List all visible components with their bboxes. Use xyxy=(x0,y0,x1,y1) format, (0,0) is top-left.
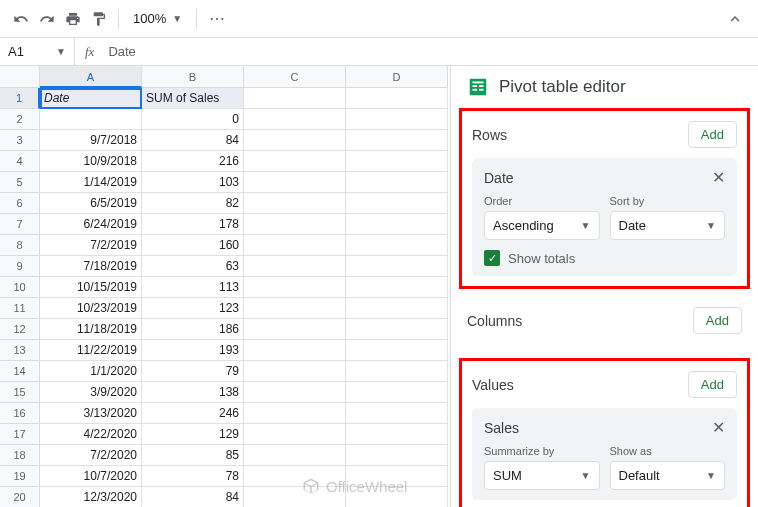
cell[interactable] xyxy=(244,130,346,151)
cell[interactable] xyxy=(244,487,346,507)
cell[interactable]: 10/15/2019 xyxy=(40,277,142,298)
cell[interactable] xyxy=(346,88,448,109)
cell[interactable] xyxy=(244,172,346,193)
col-header-b[interactable]: B xyxy=(142,66,244,88)
cell[interactable]: Date xyxy=(40,88,142,109)
cell[interactable] xyxy=(346,445,448,466)
cell[interactable] xyxy=(244,277,346,298)
name-box[interactable]: A1▼ xyxy=(0,38,75,65)
row-header[interactable]: 18 xyxy=(0,445,40,466)
cell[interactable] xyxy=(346,403,448,424)
cell[interactable] xyxy=(346,235,448,256)
close-icon[interactable]: ✕ xyxy=(712,168,725,187)
cell[interactable]: 123 xyxy=(142,298,244,319)
row-header[interactable]: 5 xyxy=(0,172,40,193)
row-header[interactable]: 2 xyxy=(0,109,40,130)
cell[interactable] xyxy=(244,109,346,130)
cell[interactable]: 129 xyxy=(142,424,244,445)
cell[interactable]: 1/1/2020 xyxy=(40,361,142,382)
cell[interactable]: 246 xyxy=(142,403,244,424)
cell[interactable] xyxy=(244,382,346,403)
cell[interactable]: 9/7/2018 xyxy=(40,130,142,151)
cell[interactable]: 0 xyxy=(142,109,244,130)
cell[interactable] xyxy=(244,340,346,361)
zoom-select[interactable]: 100%▼ xyxy=(125,11,190,26)
cell[interactable] xyxy=(244,193,346,214)
show-totals-checkbox[interactable]: ✓ xyxy=(484,250,500,266)
cell[interactable]: 103 xyxy=(142,172,244,193)
close-icon[interactable]: ✕ xyxy=(712,418,725,437)
row-header[interactable]: 8 xyxy=(0,235,40,256)
cell[interactable] xyxy=(346,487,448,507)
cell[interactable]: 193 xyxy=(142,340,244,361)
more-button[interactable]: ⋯ xyxy=(203,9,231,28)
cell[interactable]: 84 xyxy=(142,130,244,151)
cell[interactable]: 10/7/2020 xyxy=(40,466,142,487)
add-rows-button[interactable]: Add xyxy=(688,121,737,148)
row-field-card[interactable]: Date ✕ Order Ascending▼ Sort by Date▼ ✓ … xyxy=(472,158,737,276)
cell[interactable] xyxy=(346,466,448,487)
cell[interactable]: 178 xyxy=(142,214,244,235)
col-header-d[interactable]: D xyxy=(346,66,448,88)
sortby-select[interactable]: Date▼ xyxy=(610,211,726,240)
cell[interactable] xyxy=(244,298,346,319)
cell[interactable] xyxy=(244,214,346,235)
cell[interactable] xyxy=(244,151,346,172)
redo-button[interactable] xyxy=(34,6,60,32)
cell[interactable]: 6/5/2019 xyxy=(40,193,142,214)
cell[interactable]: 79 xyxy=(142,361,244,382)
row-header[interactable]: 1 xyxy=(0,88,40,109)
cell[interactable]: 4/22/2020 xyxy=(40,424,142,445)
cell[interactable] xyxy=(244,319,346,340)
cell[interactable] xyxy=(346,340,448,361)
cell[interactable]: 186 xyxy=(142,319,244,340)
cell[interactable]: 7/18/2019 xyxy=(40,256,142,277)
collapse-panel-button[interactable] xyxy=(720,6,750,32)
value-field-card[interactable]: Sales ✕ Summarize by SUM▼ Show as Defaul… xyxy=(472,408,737,500)
summarize-select[interactable]: SUM▼ xyxy=(484,461,600,490)
order-select[interactable]: Ascending▼ xyxy=(484,211,600,240)
row-header[interactable]: 4 xyxy=(0,151,40,172)
paint-format-button[interactable] xyxy=(86,6,112,32)
col-header-c[interactable]: C xyxy=(244,66,346,88)
spreadsheet[interactable]: A B C D 1DateSUM of Sales2039/7/20188441… xyxy=(0,66,450,507)
cell[interactable]: 84 xyxy=(142,487,244,507)
cell[interactable] xyxy=(346,214,448,235)
row-header[interactable]: 20 xyxy=(0,487,40,507)
cell[interactable]: 12/3/2020 xyxy=(40,487,142,507)
cell[interactable] xyxy=(244,88,346,109)
col-header-a[interactable]: A xyxy=(40,66,142,88)
cell[interactable]: 78 xyxy=(142,466,244,487)
cell[interactable]: 7/2/2019 xyxy=(40,235,142,256)
row-header[interactable]: 12 xyxy=(0,319,40,340)
cell[interactable] xyxy=(346,424,448,445)
cell[interactable]: 3/13/2020 xyxy=(40,403,142,424)
row-header[interactable]: 16 xyxy=(0,403,40,424)
cell[interactable]: 85 xyxy=(142,445,244,466)
cell[interactable] xyxy=(244,256,346,277)
cell[interactable] xyxy=(346,277,448,298)
cell[interactable] xyxy=(244,235,346,256)
cell[interactable]: 63 xyxy=(142,256,244,277)
row-header[interactable]: 7 xyxy=(0,214,40,235)
cell[interactable]: 6/24/2019 xyxy=(40,214,142,235)
cell[interactable] xyxy=(346,193,448,214)
row-header[interactable]: 10 xyxy=(0,277,40,298)
row-header[interactable]: 14 xyxy=(0,361,40,382)
cell[interactable] xyxy=(244,445,346,466)
cell[interactable]: 3/9/2020 xyxy=(40,382,142,403)
cell[interactable] xyxy=(244,361,346,382)
cell[interactable] xyxy=(346,151,448,172)
cell[interactable]: 10/23/2019 xyxy=(40,298,142,319)
cell[interactable]: 1/14/2019 xyxy=(40,172,142,193)
add-columns-button[interactable]: Add xyxy=(693,307,742,334)
cell[interactable]: 138 xyxy=(142,382,244,403)
cell[interactable] xyxy=(346,172,448,193)
cell[interactable] xyxy=(244,424,346,445)
row-header[interactable]: 9 xyxy=(0,256,40,277)
cell[interactable]: 10/9/2018 xyxy=(40,151,142,172)
cell[interactable] xyxy=(244,403,346,424)
cell[interactable] xyxy=(40,109,142,130)
cell[interactable] xyxy=(346,298,448,319)
select-all-corner[interactable] xyxy=(0,66,40,88)
